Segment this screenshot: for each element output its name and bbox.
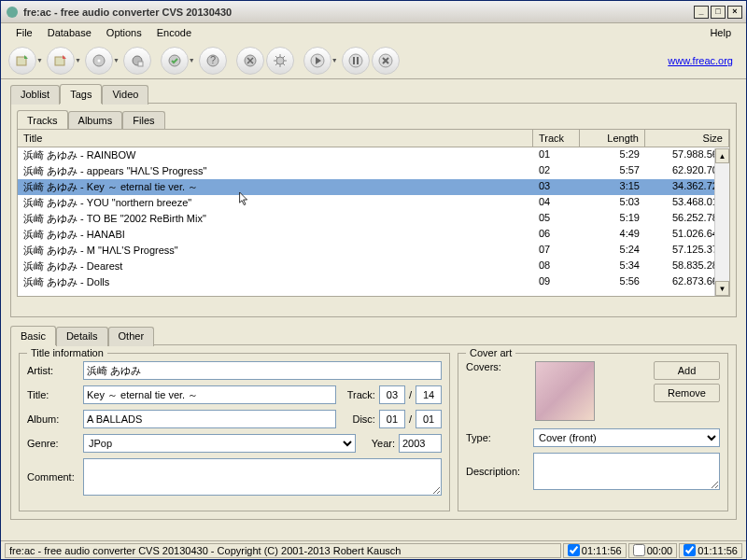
table-row[interactable]: 浜崎 あゆみ - appears "HΛL'S Progress"025:576… <box>18 163 729 179</box>
status-text: fre:ac - free audio converter CVS 201304… <box>5 543 561 558</box>
cd-button[interactable] <box>85 47 113 75</box>
tab-joblist[interactable]: Joblist <box>10 85 60 105</box>
comment-label: Comment: <box>27 471 79 483</box>
cell-track: 10 <box>533 290 580 293</box>
stop-button[interactable] <box>372 47 400 75</box>
remove-button[interactable] <box>47 47 75 75</box>
title-label: Title: <box>27 389 79 400</box>
tab-albums[interactable]: Albums <box>68 111 123 131</box>
dropdown-arrow-icon[interactable]: ▼ <box>75 57 81 63</box>
table-row[interactable]: 浜崎 あゆみ - Dolls095:5662.873.664 <box>18 274 729 290</box>
app-icon <box>5 5 20 20</box>
table-row[interactable]: 浜崎 あゆみ - HANABI064:4951.026.640 <box>18 227 729 243</box>
table-row[interactable]: 浜崎 あゆみ - Dearest085:3458.835.280 <box>18 259 729 274</box>
add-files-button[interactable] <box>8 47 36 75</box>
column-track[interactable]: Track <box>533 130 580 147</box>
window-title: fre:ac - free audio converter CVS 201304… <box>23 7 692 18</box>
table-row[interactable]: 浜崎 あゆみ - TO BE "2002 ReBirth Mix"055:195… <box>18 211 729 227</box>
add-cover-button[interactable]: Add <box>654 361 720 380</box>
status-time-elapsed: 00:00 <box>628 543 678 558</box>
svg-point-11 <box>276 57 284 64</box>
cell-title: 浜崎 あゆみ - M "HΛL'S Progress" <box>18 243 533 259</box>
config-button[interactable] <box>266 47 294 75</box>
menu-options[interactable]: Options <box>99 25 149 40</box>
column-length[interactable]: Length <box>580 130 645 147</box>
scrollbar[interactable]: ▲ ▼ <box>714 148 729 296</box>
cell-track: 01 <box>533 147 580 163</box>
cell-track: 05 <box>533 211 580 227</box>
scroll-up-button[interactable]: ▲ <box>715 148 729 163</box>
cover-type-select[interactable]: Cover (front) <box>533 428 720 447</box>
track-total-input[interactable] <box>416 385 442 404</box>
play-button[interactable] <box>303 47 331 75</box>
status-check-1[interactable] <box>568 544 580 556</box>
cddb-submit-button[interactable] <box>161 47 189 75</box>
description-label: Description: <box>466 466 529 477</box>
minimize-button[interactable]: _ <box>694 6 709 19</box>
status-check-2[interactable] <box>633 544 645 556</box>
remove-cover-button[interactable]: Remove <box>654 384 720 402</box>
tab-tracks[interactable]: Tracks <box>17 110 68 130</box>
cell-length: 4:49 <box>580 227 645 243</box>
menu-database[interactable]: Database <box>40 25 99 40</box>
menu-help[interactable]: Help <box>702 25 739 40</box>
disc-input[interactable] <box>379 410 405 428</box>
table-row[interactable]: 浜崎 あゆみ - M "HΛL'S Progress"075:2457.125.… <box>18 243 729 259</box>
year-label: Year: <box>359 438 395 449</box>
scroll-down-button[interactable]: ▼ <box>715 281 729 296</box>
column-size[interactable]: Size <box>645 130 729 147</box>
cell-title: 浜崎 あゆみ - YOU "northern breeze" <box>18 195 533 211</box>
cell-title: 浜崎 あゆみ - SEASONS "2003 ReBirth Mix" <box>18 290 533 293</box>
cell-track: 04 <box>533 195 580 211</box>
status-check-3[interactable] <box>684 544 696 556</box>
maximize-button[interactable]: □ <box>711 6 726 19</box>
settings-button[interactable] <box>236 47 264 75</box>
genre-label: Genre: <box>27 438 79 449</box>
dropdown-arrow-icon[interactable]: ▼ <box>113 57 120 63</box>
cell-title: 浜崎 あゆみ - Key ～ eternal tie ver. ～ <box>18 179 533 195</box>
close-button[interactable]: × <box>727 6 742 19</box>
title-input[interactable] <box>83 385 336 404</box>
disc-total-input[interactable] <box>416 410 442 428</box>
cover-art-legend: Cover art <box>466 347 515 358</box>
dropdown-arrow-icon[interactable]: ▼ <box>331 57 338 63</box>
tab-video[interactable]: Video <box>102 85 148 105</box>
cddb-button[interactable] <box>123 47 151 75</box>
cddb-query-button[interactable]: ? <box>199 47 227 75</box>
table-row[interactable]: 浜崎 あゆみ - SEASONS "2003 ReBirth Mix"104:2… <box>18 290 729 293</box>
menu-file[interactable]: File <box>8 25 40 40</box>
table-row[interactable]: 浜崎 あゆみ - YOU "northern breeze"045:0353.4… <box>18 195 729 211</box>
artist-input[interactable] <box>83 361 442 380</box>
tab-files[interactable]: Files <box>122 111 164 131</box>
album-label: Album: <box>27 413 79 425</box>
album-input[interactable] <box>83 410 336 428</box>
tab-tags[interactable]: Tags <box>60 84 102 104</box>
track-input[interactable] <box>379 385 405 404</box>
cell-title: 浜崎 あゆみ - Dearest <box>18 259 533 274</box>
svg-rect-6 <box>138 62 143 66</box>
table-row[interactable]: 浜崎 あゆみ - Key ～ eternal tie ver. ～033:153… <box>18 179 729 195</box>
svg-text:?: ? <box>210 54 216 65</box>
cell-track: 09 <box>533 274 580 290</box>
comment-input[interactable] <box>83 458 442 496</box>
svg-rect-15 <box>357 57 359 64</box>
cell-title: 浜崎 あゆみ - appears "HΛL'S Progress" <box>18 163 533 179</box>
year-input[interactable] <box>399 434 442 453</box>
website-link[interactable]: www.freac.org <box>668 55 739 66</box>
cell-length: 5:24 <box>580 243 645 259</box>
cell-track: 03 <box>533 179 580 195</box>
dropdown-arrow-icon[interactable]: ▼ <box>36 57 43 63</box>
cover-description-input[interactable] <box>533 453 720 490</box>
genre-select[interactable]: JPop <box>83 434 356 453</box>
column-title[interactable]: Title <box>18 130 533 147</box>
menu-encode[interactable]: Encode <box>149 25 199 40</box>
tab-details[interactable]: Details <box>56 327 108 346</box>
cell-length: 5:57 <box>580 163 645 179</box>
tab-basic[interactable]: Basic <box>10 326 56 345</box>
cover-image[interactable] <box>535 361 595 421</box>
tracks-table: Title Track Length Size 浜崎 あゆみ - RAINBOW… <box>17 129 730 297</box>
table-row[interactable]: 浜崎 あゆみ - RAINBOW015:2957.988.560 <box>18 147 729 163</box>
dropdown-arrow-icon[interactable]: ▼ <box>189 57 195 63</box>
pause-button[interactable] <box>342 47 370 75</box>
tab-other[interactable]: Other <box>108 327 155 346</box>
